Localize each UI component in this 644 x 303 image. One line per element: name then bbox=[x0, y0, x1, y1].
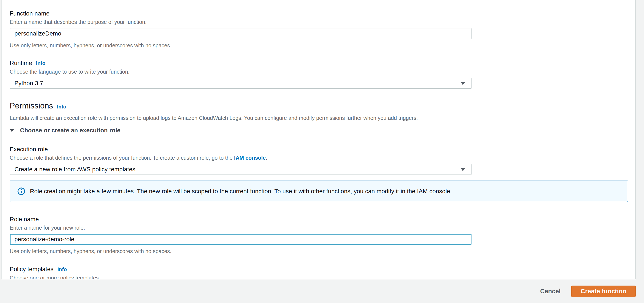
role-creation-info-alert: Role creation might take a few minutes. … bbox=[10, 181, 628, 202]
permissions-heading: Permissions Info bbox=[10, 101, 636, 112]
function-name-input[interactable] bbox=[10, 28, 472, 39]
execution-role-description: Choose a role that defines the permissio… bbox=[10, 155, 636, 161]
role-name-label-text: Role name bbox=[10, 215, 39, 223]
execution-role-label-text: Execution role bbox=[10, 145, 48, 153]
execution-role-label: Execution role bbox=[10, 145, 636, 153]
policy-templates-info-link[interactable]: Info bbox=[58, 265, 67, 273]
cancel-button[interactable]: Cancel bbox=[539, 287, 562, 295]
execution-role-select[interactable]: Create a new role from AWS policy templa… bbox=[10, 164, 472, 175]
function-name-description: Enter a name that describes the purpose … bbox=[10, 19, 636, 25]
execution-role-expander-label: Choose or create an execution role bbox=[20, 127, 120, 134]
role-name-description: Enter a name for your new role. bbox=[10, 224, 636, 231]
runtime-label: Runtime Info bbox=[10, 59, 636, 67]
permissions-heading-text: Permissions bbox=[10, 101, 53, 111]
role-name-helper: Use only letters, numbers, hyphens, or u… bbox=[10, 248, 636, 254]
function-name-label-text: Function name bbox=[10, 10, 50, 18]
create-function-form-panel: Function name Enter a name that describe… bbox=[2, 0, 636, 279]
runtime-select[interactable]: Python 3.7 bbox=[10, 78, 472, 89]
form-action-footer: Cancel Create function bbox=[0, 279, 644, 303]
execution-role-description-prefix: Choose a role that defines the permissio… bbox=[10, 155, 234, 161]
create-function-button[interactable]: Create function bbox=[571, 285, 636, 297]
function-name-helper: Use only letters, numbers, hyphens, or u… bbox=[10, 42, 636, 49]
role-name-input[interactable] bbox=[10, 234, 472, 245]
function-name-label: Function name bbox=[10, 10, 636, 18]
runtime-label-text: Runtime bbox=[10, 59, 32, 67]
chevron-down-icon bbox=[460, 168, 466, 171]
iam-console-link[interactable]: IAM console bbox=[234, 155, 266, 161]
policy-templates-label-text: Policy templates bbox=[10, 265, 54, 273]
runtime-description: Choose the language to use to write your… bbox=[10, 69, 636, 75]
role-creation-info-text: Role creation might take a few minutes. … bbox=[30, 188, 452, 195]
execution-role-expander[interactable]: Choose or create an execution role bbox=[10, 127, 636, 134]
runtime-selected-value: Python 3.7 bbox=[14, 80, 43, 87]
chevron-down-icon bbox=[460, 82, 466, 85]
execution-role-description-suffix: . bbox=[266, 155, 267, 161]
permissions-description: Lambda will create an execution role wit… bbox=[10, 115, 636, 121]
role-name-label: Role name bbox=[10, 215, 636, 223]
runtime-info-link[interactable]: Info bbox=[36, 59, 46, 67]
triangle-down-icon bbox=[10, 129, 14, 132]
execution-role-selected-value: Create a new role from AWS policy templa… bbox=[14, 166, 135, 173]
info-circle-icon bbox=[18, 187, 25, 195]
permissions-info-link[interactable]: Info bbox=[57, 102, 66, 112]
policy-templates-label: Policy templates Info bbox=[10, 265, 636, 273]
section-divider bbox=[10, 138, 628, 138]
